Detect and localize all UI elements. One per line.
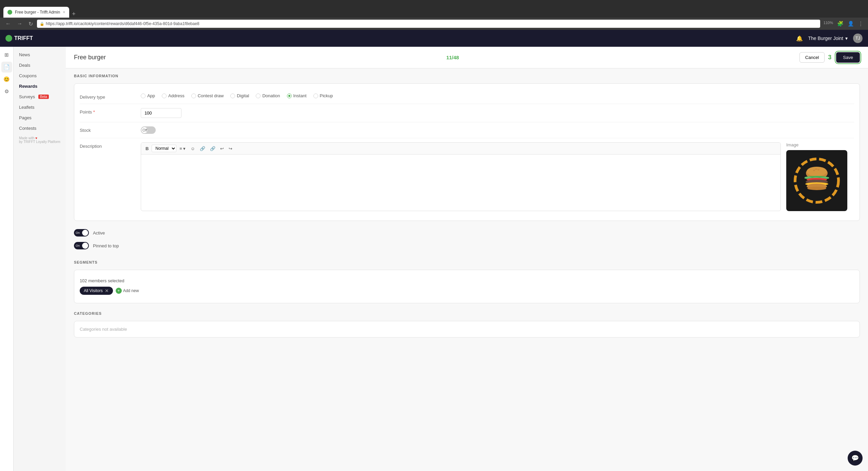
by-text: by TRIFFT Loyalty Platform: [19, 140, 60, 144]
svg-point-6: [815, 168, 817, 170]
image-container: Image: [786, 142, 854, 211]
points-label: Points *: [80, 108, 141, 115]
sidebar-icon-column: ⊞ 📄 😊 ⚙: [0, 47, 14, 471]
radio-circle-donation: [256, 94, 261, 98]
address-bar[interactable]: 🔒 https://app.trifft.io/cacitokiy/conten…: [37, 20, 820, 28]
svg-point-3: [807, 167, 827, 176]
content-area: Free burger 11/48 Cancel 3 Save BASIC IN…: [66, 47, 868, 471]
sidebar-item-pages-label: Pages: [19, 115, 32, 120]
sidebar-content-icon[interactable]: 📄: [1, 62, 12, 73]
unlink-button[interactable]: 🔗: [208, 145, 217, 152]
description-content: B Normal H1 H2 ≡ ▾ ☺ 🔗 🔗: [141, 142, 854, 211]
description-row: Description B Normal H1 H2: [80, 138, 854, 215]
header-actions: Cancel 3 Save: [799, 52, 860, 63]
editor-body[interactable]: [141, 155, 780, 202]
extensions-button[interactable]: 🧩: [836, 21, 845, 27]
add-circle-icon: +: [116, 288, 122, 294]
all-visitors-tag[interactable]: All Visitors ✕: [80, 287, 113, 295]
link-button[interactable]: 🔗: [198, 145, 207, 152]
sidebar-item-deals[interactable]: Deals: [14, 60, 66, 70]
radio-circle-address: [162, 94, 167, 98]
toolbar-actions: 110% 🧩 👤 ⋮: [822, 21, 865, 27]
active-toggle-row: On Active: [74, 226, 860, 239]
sidebar-item-leaflets-label: Leaflets: [19, 105, 35, 110]
sidebar-grid-icon[interactable]: ⊞: [1, 49, 12, 60]
pinned-toggle-knob: [82, 243, 88, 249]
sidebar-settings-icon[interactable]: ⚙: [1, 86, 12, 97]
stock-toggle-switch[interactable]: Off: [141, 126, 156, 134]
page-title: Free burger: [74, 54, 106, 61]
format-select[interactable]: Normal H1 H2: [152, 145, 176, 152]
radio-circle-app: [141, 94, 146, 98]
sidebar-item-leaflets[interactable]: Leaflets: [14, 102, 66, 112]
page-header: Free burger 11/48 Cancel 3 Save: [66, 47, 868, 68]
restaurant-selector[interactable]: The Burger Joint ▾: [808, 36, 848, 41]
stock-toggle[interactable]: Off: [141, 126, 854, 134]
profile-button[interactable]: 👤: [846, 21, 855, 27]
chevron-down-icon: ▾: [845, 36, 848, 41]
restaurant-name-text: The Burger Joint: [808, 36, 844, 41]
sidebar-item-contests-label: Contests: [19, 126, 36, 131]
chat-bubble[interactable]: 💬: [848, 451, 863, 466]
undo-button[interactable]: ↩: [218, 145, 226, 152]
refresh-button[interactable]: ↻: [26, 20, 35, 28]
logo-text: TRIFFT: [14, 35, 33, 41]
topbar: TRIFFT 🔔 The Burger Joint ▾ TJ: [0, 30, 868, 47]
sidebar-item-deals-label: Deals: [19, 63, 30, 68]
bold-button[interactable]: B: [144, 145, 150, 152]
radio-app[interactable]: App: [141, 93, 155, 98]
radio-donation[interactable]: Donation: [256, 93, 280, 98]
menu-button[interactable]: ⋮: [857, 21, 865, 27]
sidebar-emoji-icon[interactable]: 😊: [1, 74, 12, 85]
active-toggle[interactable]: On: [74, 229, 89, 237]
active-tab[interactable]: Free burger - Trifft Admin ×: [3, 7, 69, 18]
radio-instant[interactable]: Instant: [287, 93, 307, 98]
new-tab-button[interactable]: +: [69, 11, 78, 18]
url-text: https://app.trifft.io/cacitokiy/content/…: [46, 21, 817, 26]
radio-address[interactable]: Address: [162, 93, 185, 98]
topbar-right: 🔔 The Burger Joint ▾ TJ: [796, 34, 863, 43]
categories-section-title: CATEGORIES: [74, 311, 860, 315]
redo-button[interactable]: ↪: [227, 145, 234, 152]
sidebar-item-contests[interactable]: Contests: [14, 123, 66, 134]
delivery-type-radio-group: App Address Contest draw: [141, 93, 854, 98]
cancel-button[interactable]: Cancel: [799, 52, 825, 63]
radio-contest-draw[interactable]: Contest draw: [191, 93, 224, 98]
user-avatar[interactable]: TJ: [853, 34, 863, 43]
heart-icon: ♥: [35, 136, 37, 140]
main-layout: ⊞ 📄 😊 ⚙ News Deals Coupons Rewards: [0, 47, 868, 471]
sidebar-item-rewards[interactable]: Rewards: [14, 81, 66, 91]
save-button[interactable]: Save: [836, 52, 860, 63]
forward-button[interactable]: →: [15, 20, 24, 27]
tab-close-button[interactable]: ×: [63, 10, 65, 15]
left-sidebar-full: ⊞ 📄 😊 ⚙ News Deals Coupons Rewards: [0, 47, 66, 471]
categories-empty-text: Categories not available: [80, 327, 854, 332]
list-button[interactable]: ≡ ▾: [178, 145, 187, 152]
pinned-toggle[interactable]: On: [74, 242, 89, 249]
remove-segment-button[interactable]: ✕: [105, 288, 109, 293]
notification-bell[interactable]: 🔔: [796, 35, 803, 42]
browser-chrome: Free burger - Trifft Admin × +: [0, 0, 868, 18]
emoji-button[interactable]: ☺: [189, 145, 196, 152]
sidebar-item-news-label: News: [19, 52, 30, 57]
editor-container: B Normal H1 H2 ≡ ▾ ☺ 🔗 🔗: [141, 142, 781, 211]
made-with-text: Made with ♥: [19, 136, 60, 140]
add-new-label: Add new: [123, 288, 139, 293]
add-new-segment-button[interactable]: + Add new: [116, 288, 139, 294]
sidebar-item-surveys[interactable]: Surveys Beta: [14, 91, 66, 102]
tab-favicon: [7, 10, 12, 15]
sidebar-item-pages[interactable]: Pages: [14, 112, 66, 123]
stock-content: Off: [141, 126, 854, 134]
points-row: Points *: [80, 104, 854, 122]
sidebar-item-coupons[interactable]: Coupons: [14, 70, 66, 81]
chat-icon: 💬: [851, 454, 859, 462]
lock-icon: 🔒: [40, 22, 44, 26]
radio-pickup[interactable]: Pickup: [313, 93, 333, 98]
radio-circle-digital: [230, 94, 235, 98]
back-button[interactable]: ←: [3, 20, 13, 27]
sidebar-item-news[interactable]: News: [14, 49, 66, 60]
browser-tabs: Free burger - Trifft Admin × +: [3, 0, 78, 18]
points-input[interactable]: [141, 108, 181, 118]
burger-image[interactable]: [786, 150, 847, 211]
radio-digital[interactable]: Digital: [230, 93, 249, 98]
